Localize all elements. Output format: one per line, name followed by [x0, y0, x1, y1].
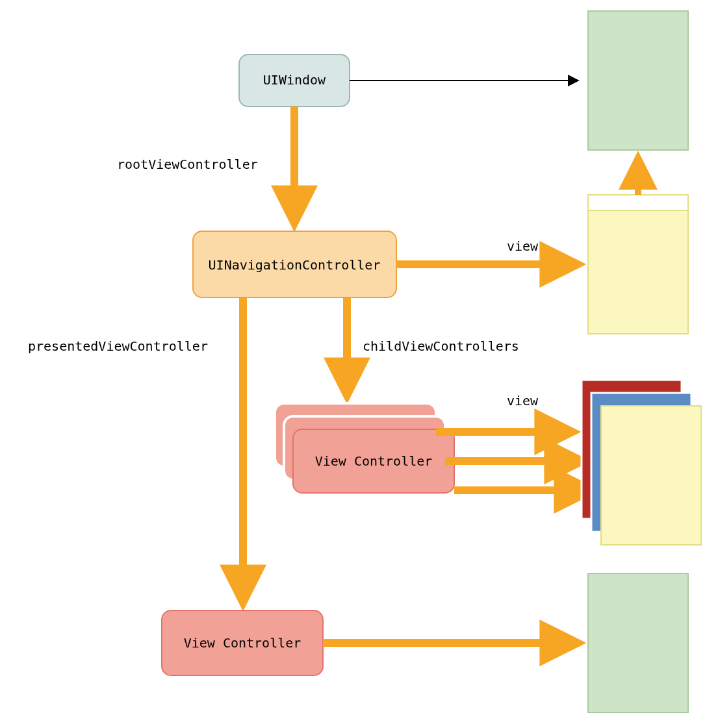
screen-green-top	[588, 11, 688, 150]
child-viewcontroller-label: View Controller	[315, 453, 433, 469]
uiwindow-node: UIWindow	[239, 55, 350, 107]
screen-stack	[582, 380, 701, 545]
presented-viewcontroller-node: View Controller	[162, 610, 323, 675]
navigationcontroller-label: UINavigationController	[209, 257, 381, 273]
svg-rect-2	[588, 195, 688, 334]
label-child-view: view	[507, 393, 539, 408]
navigationcontroller-node: UINavigationController	[193, 231, 396, 297]
svg-rect-3	[588, 195, 688, 210]
label-childviewcontrollers: childViewControllers	[363, 338, 519, 354]
diagram-canvas: UIWindow rootViewController UINavigation…	[0, 0, 705, 728]
child-viewcontroller-stack: View Controller	[275, 403, 454, 493]
screen-green-bottom	[588, 573, 688, 712]
screen-yellow-nav	[588, 195, 688, 334]
label-rootviewcontroller: rootViewController	[117, 157, 258, 172]
svg-rect-9	[601, 406, 701, 545]
label-presentedviewcontroller: presentedViewController	[28, 338, 208, 354]
presented-viewcontroller-label: View Controller	[184, 635, 301, 651]
label-nav-view: view	[507, 238, 539, 254]
uiwindow-label: UIWindow	[263, 72, 326, 88]
